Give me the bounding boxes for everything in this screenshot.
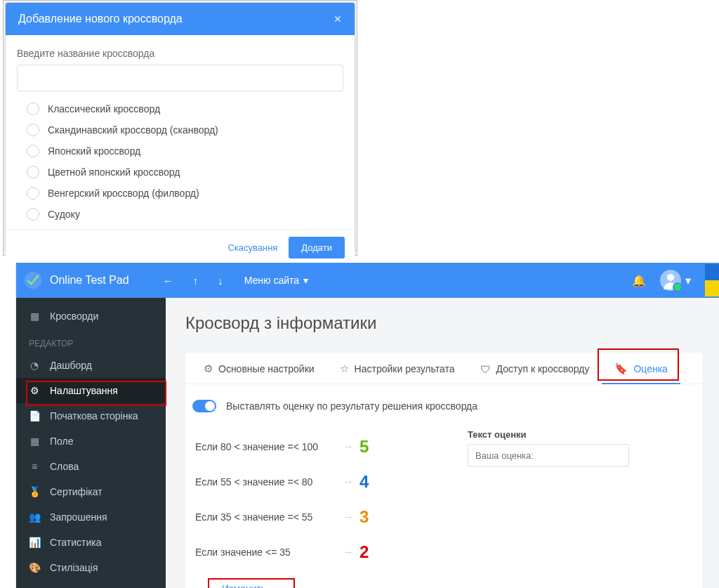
chevron-down-icon: ▾ — [303, 275, 308, 286]
sidebar-item-icon: ⚙ — [29, 385, 40, 396]
sidebar-section-label: РЕДАКТОР — [16, 329, 166, 353]
grade-rule: Если 55 < значение =< 80→4 — [195, 464, 434, 499]
grade-value: 3 — [360, 507, 369, 527]
sidebar-item-label: Налаштування — [50, 385, 118, 396]
crossword-type-option[interactable]: Скандинавский кроссворд (сканворд) — [27, 119, 343, 141]
crossword-name-input[interactable] — [17, 65, 343, 91]
crossword-type-option[interactable]: Японский кроссворд — [27, 141, 343, 162]
grade-toggle-label: Выставлять оценку по результату решения … — [226, 400, 477, 412]
sidebar-item-label: Поле — [50, 436, 74, 447]
modal-backdrop: Добавление нового кроссворда ✕ Введите н… — [3, 0, 357, 256]
crossword-type-option[interactable]: Судоку — [27, 204, 343, 225]
page-title: Кросворд з інформатики — [185, 313, 702, 333]
crossword-type-option[interactable]: Цветной японский кроссворд — [27, 162, 343, 183]
tab-icon: ☆ — [340, 362, 349, 375]
sidebar-item-icon: 📊 — [29, 537, 40, 548]
svg-point-1 — [667, 274, 674, 281]
tab-icon: 🔖 — [614, 362, 628, 375]
edit-button[interactable]: Изменить — [211, 578, 277, 588]
radio-icon — [27, 124, 39, 136]
settings-card: ⚙Основные настройки☆Настройки результата… — [185, 353, 702, 588]
modal-field-label: Введите название кроссворда — [17, 48, 343, 59]
radio-icon — [27, 208, 39, 221]
status-dot-icon — [673, 282, 682, 292]
sidebar-item[interactable]: 👥Запрошення — [16, 504, 166, 530]
sidebar-item-icon: ◔ — [29, 360, 40, 371]
arrow-right-icon: → — [343, 511, 354, 523]
option-label: Скандинавский кроссворд (сканворд) — [48, 124, 218, 136]
up-icon[interactable]: ↑ — [193, 275, 199, 287]
bell-icon[interactable]: 🔔 — [632, 274, 646, 287]
modal-title: Добавление нового кроссворда — [18, 13, 183, 25]
close-icon[interactable]: ✕ — [334, 13, 342, 25]
sidebar-item-icon: 🏅 — [29, 486, 40, 497]
tab[interactable]: ☆Настройки результата — [327, 353, 468, 384]
add-button[interactable]: Додати — [289, 237, 345, 259]
grade-toggle[interactable] — [192, 400, 216, 412]
option-label: Японский кроссворд — [48, 145, 140, 157]
sidebar-item[interactable]: ◔Дашборд — [16, 353, 166, 378]
option-label: Цветной японский кроссворд — [48, 166, 180, 178]
content: Кросворд з інформатики ⚙Основные настрой… — [166, 298, 719, 588]
down-icon[interactable]: ↓ — [218, 275, 223, 287]
option-label: Венгерский кроссворд (филворд) — [48, 188, 199, 199]
topbar-right: 🔔 ▾ — [632, 264, 719, 296]
grade-text-block: Текст оценки — [468, 429, 697, 570]
modal-header: Добавление нового кроссворда ✕ — [6, 3, 355, 35]
tab[interactable]: ⚙Основные настройки — [191, 353, 327, 384]
grade-text-input[interactable] — [468, 444, 629, 466]
radio-icon — [27, 145, 39, 157]
sidebar-item-label: Стилізація — [50, 562, 98, 573]
sidebar-item[interactable]: ⚙Налаштування — [16, 378, 166, 403]
language-flag[interactable] — [705, 264, 719, 296]
option-label: Классический кроссворд — [48, 103, 160, 115]
arrow-right-icon: → — [343, 546, 354, 558]
svg-point-0 — [25, 272, 42, 289]
arrow-right-icon: → — [343, 476, 354, 488]
sidebar-item-label: Початкова сторінка — [50, 410, 138, 422]
brand-text: Online Test Pad — [50, 274, 129, 287]
option-label: Судоку — [48, 209, 80, 220]
crossword-type-option[interactable]: Венгерский кроссворд (филворд) — [27, 183, 343, 204]
tab-panel-grade: Выставлять оценку по результату решения … — [185, 384, 702, 588]
tab-label: Настройки результата — [355, 363, 455, 374]
sidebar-item-icon: ≡ — [29, 461, 40, 472]
topbar-nav-icons: ← ↑ ↓ — [163, 275, 223, 287]
add-crossword-modal: Добавление нового кроссворда ✕ Введите н… — [5, 2, 355, 254]
tab[interactable]: 🔖Оценка — [602, 353, 680, 384]
sidebar-item[interactable]: ▦Поле — [16, 429, 166, 454]
crossword-type-radios: Классический кроссвордСкандинавский крос… — [17, 91, 343, 225]
grade-rules-list: Если 80 < значение =< 100→5Если 55 < зна… — [195, 429, 434, 570]
back-icon[interactable]: ← — [163, 275, 173, 287]
sidebar-item-label: Сертифікат — [50, 486, 103, 497]
sidebar-top-item[interactable]: ▦ Кросворди — [16, 303, 166, 329]
radio-icon — [27, 103, 39, 115]
sidebar-item[interactable]: 📊Статистика — [16, 530, 166, 555]
sidebar-item[interactable]: 📄Початкова сторінка — [16, 403, 166, 429]
grade-condition: Если 35 < значение =< 55 — [195, 511, 343, 523]
modal-footer: Скасування Додати — [6, 229, 355, 266]
cancel-button[interactable]: Скасування — [223, 237, 282, 259]
grade-rule: Если 35 < значение =< 55→3 — [195, 499, 434, 535]
sidebar-item[interactable]: ≡Слова — [16, 454, 166, 479]
sidebar-item[interactable]: 🏅Сертифікат — [16, 479, 166, 504]
grade-value: 4 — [360, 472, 369, 492]
grade-toggle-row: Выставлять оценку по результату решения … — [191, 400, 697, 412]
site-menu-label: Меню сайта — [244, 275, 299, 286]
sidebar-top-label: Кросворди — [50, 311, 98, 322]
crossword-type-option[interactable]: Классический кроссворд — [27, 98, 343, 119]
sidebar: ▦ Кросворди РЕДАКТОР ◔Дашборд⚙Налаштуван… — [16, 298, 166, 588]
user-menu[interactable]: ▾ — [660, 270, 691, 291]
tab-label: Основные настройки — [218, 363, 315, 374]
sidebar-item-label: Слова — [50, 461, 79, 472]
grid-icon: ▦ — [29, 311, 40, 322]
grade-text-label: Текст оценки — [468, 429, 697, 440]
tab[interactable]: 🛡Доступ к кроссворду — [468, 353, 602, 384]
brand[interactable]: Online Test Pad — [19, 270, 142, 290]
grade-condition: Если 80 < значение =< 100 — [195, 441, 343, 452]
sidebar-item[interactable]: 🎨Стилізація — [16, 555, 166, 580]
sidebar-item-label: Дашборд — [50, 360, 92, 371]
tab-label: Доступ к кроссворду — [496, 363, 590, 374]
sidebar-item-icon: 👥 — [29, 511, 40, 523]
site-menu-dropdown[interactable]: Меню сайта ▾ — [244, 275, 308, 286]
